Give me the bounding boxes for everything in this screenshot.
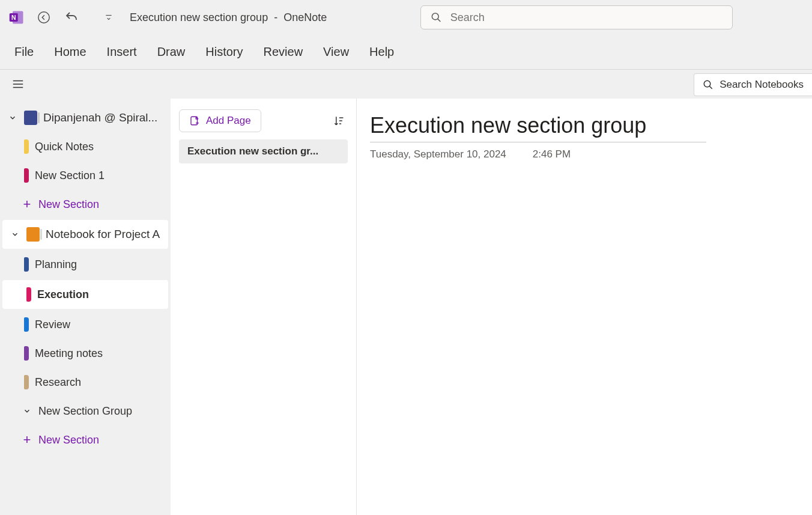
pages-panel: Add Page Execution new section gr... xyxy=(171,99,357,515)
section-color-tab xyxy=(24,139,29,154)
plus-icon: + xyxy=(22,197,32,212)
section-label: Quick Notes xyxy=(35,141,166,153)
notebook-name: Dipanjenah @ Spiral... xyxy=(43,111,166,124)
new-section-button[interactable]: + New Section xyxy=(0,425,171,454)
notebook-icon xyxy=(24,111,37,125)
section-color-tab xyxy=(24,346,29,361)
section-item[interactable]: Execution xyxy=(2,280,168,309)
ribbon-tab-review[interactable]: Review xyxy=(264,45,303,59)
section-item[interactable]: Quick Notes xyxy=(0,132,171,161)
page-item[interactable]: Execution new section gr... xyxy=(179,139,348,163)
section-color-tab xyxy=(24,257,29,272)
search-notebooks-label: Search Notebooks xyxy=(720,79,804,91)
page-title[interactable]: Execution new section group xyxy=(370,113,706,142)
new-section-label: New Section xyxy=(38,434,166,446)
section-label: Review xyxy=(35,318,166,331)
svg-point-3 xyxy=(38,12,49,23)
pages-header: Add Page xyxy=(179,109,348,132)
new-section-label: New Section xyxy=(38,198,166,211)
page-meta: Tuesday, September 10, 2024 2:46 PM xyxy=(370,148,812,160)
search-notebooks-button[interactable]: Search Notebooks xyxy=(694,73,812,96)
section-item[interactable]: Planning xyxy=(0,250,171,279)
search-icon xyxy=(431,11,442,23)
section-color-tab xyxy=(24,317,29,332)
section-color-tab xyxy=(24,168,29,183)
ribbon-tab-draw[interactable]: Draw xyxy=(157,45,186,59)
page-time: 2:46 PM xyxy=(533,148,571,160)
add-page-icon xyxy=(189,115,200,126)
notebook-header[interactable]: Notebook for Project A xyxy=(2,220,168,249)
search-icon xyxy=(703,79,714,90)
app-icon: N xyxy=(7,8,26,27)
sort-icon xyxy=(333,115,345,127)
ribbon-tab-view[interactable]: View xyxy=(323,45,349,59)
page-item-title: Execution new section gr... xyxy=(187,145,318,157)
notebook-header[interactable]: Dipanjenah @ Spiral... xyxy=(0,103,171,132)
ribbon-tab-help[interactable]: Help xyxy=(369,45,394,59)
section-color-tab xyxy=(26,287,31,302)
search-box[interactable] xyxy=(420,5,733,29)
section-label: Research xyxy=(35,376,166,389)
ribbon: File Home Insert Draw History Review Vie… xyxy=(0,35,812,70)
notebook-name: Notebook for Project A xyxy=(46,228,163,241)
back-button[interactable] xyxy=(34,7,54,28)
page-content[interactable]: Execution new section group Tuesday, Sep… xyxy=(357,99,812,515)
section-item[interactable]: New Section 1 xyxy=(0,161,171,190)
chevron-down-icon xyxy=(10,229,20,240)
ribbon-tab-history[interactable]: History xyxy=(205,45,243,59)
chevron-down-icon xyxy=(22,406,32,416)
section-group-item[interactable]: New Section Group xyxy=(0,397,171,425)
section-color-tab xyxy=(24,375,29,389)
window-title: Execution new section group - OneNote xyxy=(130,11,327,24)
sort-pages-button[interactable] xyxy=(330,112,348,130)
svg-text:N: N xyxy=(11,14,16,21)
section-item[interactable]: Review xyxy=(0,310,171,339)
svg-point-4 xyxy=(432,13,438,20)
new-section-button[interactable]: + New Section xyxy=(0,190,171,219)
main-area: Dipanjenah @ Spiral... Quick Notes New S… xyxy=(0,99,812,515)
section-label: Meeting notes xyxy=(35,347,166,360)
customize-qat-button[interactable] xyxy=(98,7,119,28)
undo-button[interactable] xyxy=(61,7,82,28)
notebook-icon xyxy=(26,227,40,242)
plus-icon: + xyxy=(22,432,32,448)
ribbon-tab-home[interactable]: Home xyxy=(54,45,86,59)
section-group-label: New Section Group xyxy=(38,405,166,418)
add-page-label: Add Page xyxy=(206,115,251,127)
section-label: Execution xyxy=(37,288,163,301)
ribbon-tab-file[interactable]: File xyxy=(14,45,34,59)
nav-toggle-button[interactable] xyxy=(10,76,26,93)
title-bar: N Execution new section group - OneNote xyxy=(0,0,812,35)
secondary-toolbar: Search Notebooks xyxy=(0,70,812,99)
section-item[interactable]: Meeting notes xyxy=(0,339,171,368)
section-item[interactable]: Research xyxy=(0,368,171,397)
page-date: Tuesday, September 10, 2024 xyxy=(370,148,506,160)
section-label: Planning xyxy=(35,258,166,271)
search-input[interactable] xyxy=(450,11,723,24)
ribbon-tab-insert[interactable]: Insert xyxy=(107,45,137,59)
chevron-down-icon xyxy=(7,112,18,123)
notebook-sidebar: Dipanjenah @ Spiral... Quick Notes New S… xyxy=(0,99,171,515)
add-page-button[interactable]: Add Page xyxy=(179,109,261,132)
section-label: New Section 1 xyxy=(35,169,166,182)
svg-point-5 xyxy=(704,81,710,87)
